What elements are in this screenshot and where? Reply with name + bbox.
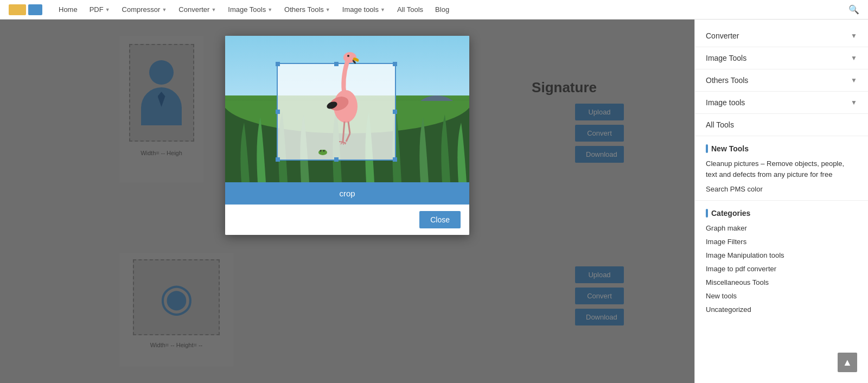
crop-handle-mr[interactable]: [393, 110, 397, 114]
sidebar-section-all-tools: All Tools: [695, 114, 868, 136]
nav-all-tools[interactable]: All Tools: [392, 1, 429, 18]
modal-close-button[interactable]: Close: [419, 211, 461, 228]
nav-pdf[interactable]: PDF ▼: [84, 1, 116, 18]
svg-line-7: [343, 122, 344, 142]
crop-handle-tr[interactable]: [393, 62, 397, 66]
main-content: Width= -- Heigh Signature Upload Convert…: [0, 20, 694, 383]
new-tools-description: Cleanup pictures – Remove objects, peopl…: [706, 158, 857, 180]
new-tools-title: New Tools: [706, 144, 857, 153]
crop-button-label: crop: [339, 189, 355, 198]
navbar: Home PDF ▼ Compressor ▼ Converter ▼ Imag…: [0, 0, 868, 20]
page-layout: Width= -- Heigh Signature Upload Convert…: [0, 20, 868, 383]
sidebar-image-tools-arrow: ▼: [851, 54, 857, 62]
sidebar-image-tools-label: Image Tools: [706, 54, 746, 62]
svg-point-10: [318, 150, 327, 155]
cat-new-tools[interactable]: New tools: [706, 292, 857, 300]
sidebar-section-image-tools-2: Image tools ▼: [695, 92, 868, 114]
nav-image-tools[interactable]: Image Tools ▼: [222, 1, 278, 18]
sidebar-converter-label: Converter: [706, 31, 739, 40]
sidebar: Converter ▼ Image Tools ▼ Others Tools ▼…: [694, 20, 868, 383]
cat-image-filters[interactable]: Image Filters: [706, 238, 857, 246]
nav-compressor[interactable]: Compressor ▼: [117, 1, 173, 18]
new-tools-link[interactable]: Search PMS color: [706, 185, 857, 193]
sidebar-new-tools: New Tools Cleanup pictures – Remove obje…: [695, 136, 868, 200]
svg-point-3: [347, 55, 349, 57]
cat-uncategorized[interactable]: Uncategorized: [706, 305, 857, 314]
nav-converter-arrow: ▼: [211, 7, 216, 12]
crop-button-bar[interactable]: crop: [225, 182, 469, 205]
sidebar-section-converter: Converter ▼: [695, 25, 868, 47]
logo-icon-doc: [28, 4, 42, 15]
crop-modal: crop Close: [225, 36, 469, 235]
modal-footer: Close: [225, 205, 469, 235]
sidebar-others-tools-arrow: ▼: [851, 76, 857, 84]
flamingo-image: [309, 47, 374, 171]
sidebar-section-image-tools: Image Tools ▼: [695, 47, 868, 69]
sidebar-item-image-tools[interactable]: Image Tools ▼: [695, 47, 868, 69]
modal-image-area: [225, 36, 469, 182]
sidebar-converter-arrow: ▼: [851, 32, 857, 40]
nav-image-tools-2-arrow: ▼: [380, 7, 385, 12]
nav-image-tools-arrow: ▼: [267, 7, 272, 12]
nav-compressor-arrow: ▼: [162, 7, 167, 12]
crop-handle-ml[interactable]: [276, 110, 280, 114]
nav-links: Home PDF ▼ Compressor ▼ Converter ▼ Imag…: [53, 1, 455, 18]
cat-graph-maker[interactable]: Graph maker: [706, 224, 857, 232]
scroll-to-top-button[interactable]: ▲: [838, 353, 857, 372]
sidebar-others-tools-label: Others Tools: [706, 76, 748, 85]
cat-miscellaneous[interactable]: Miscellaneous Tools: [706, 278, 857, 286]
svg-point-14: [323, 150, 325, 152]
crop-handle-br[interactable]: [393, 157, 397, 162]
cat-image-to-pdf[interactable]: Image to pdf converter: [706, 265, 857, 273]
sidebar-item-all-tools[interactable]: All Tools: [695, 114, 868, 136]
sidebar-categories: Categories Graph maker Image Filters Ima…: [695, 201, 868, 327]
crop-handle-tl[interactable]: [276, 62, 280, 66]
sidebar-section-others-tools: Others Tools ▼: [695, 69, 868, 92]
crop-handle-bl[interactable]: [276, 157, 280, 162]
nav-others-tools-arrow: ▼: [326, 7, 330, 12]
sidebar-item-image-tools-2[interactable]: Image tools ▼: [695, 92, 868, 113]
cat-image-manipulation[interactable]: Image Manipulation tools: [706, 251, 857, 259]
search-icon[interactable]: 🔍: [848, 4, 859, 15]
sidebar-image-tools-2-arrow: ▼: [851, 99, 857, 106]
nav-others-tools[interactable]: Others Tools ▼: [279, 1, 336, 18]
sidebar-image-tools-2-label: Image tools: [706, 98, 745, 107]
nav-home[interactable]: Home: [53, 1, 83, 18]
svg-line-8: [348, 122, 350, 133]
sidebar-item-converter[interactable]: Converter ▼: [695, 25, 868, 47]
svg-line-9: [346, 133, 350, 142]
logo[interactable]: [9, 4, 42, 15]
nav-converter[interactable]: Converter ▼: [173, 1, 221, 18]
categories-title: Categories: [706, 209, 857, 218]
sidebar-item-others-tools[interactable]: Others Tools ▼: [695, 69, 868, 91]
svg-point-13: [320, 150, 322, 152]
nav-blog[interactable]: Blog: [430, 1, 455, 18]
modal-overlay: crop Close: [0, 20, 694, 383]
logo-icon-image: [9, 4, 26, 15]
nav-pdf-arrow: ▼: [105, 7, 110, 12]
nav-image-tools-2[interactable]: Image tools ▼: [337, 1, 391, 18]
